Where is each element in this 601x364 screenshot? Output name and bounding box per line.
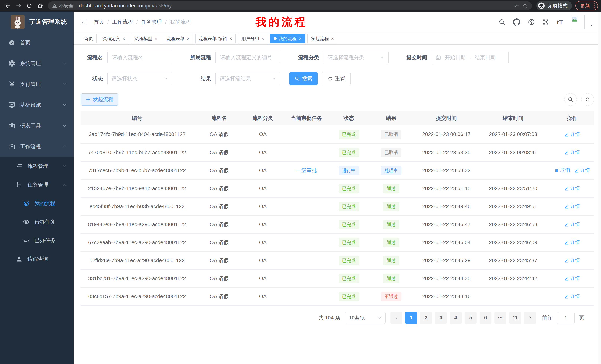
next-page-button[interactable] [524, 312, 536, 324]
page-ellipsis[interactable]: ··· [494, 312, 506, 324]
sidebar-item-done-tasks[interactable]: 已办任务 [0, 231, 74, 250]
browser-back-button[interactable] [3, 1, 13, 10]
detail-link[interactable]: 详情 [564, 185, 580, 192]
detail-link[interactable]: 详情 [564, 239, 580, 245]
detail-link[interactable]: 详情 [564, 221, 580, 228]
cell-id: 67c2eaab-7b9a-11ec-a290-acde48001122 [80, 233, 193, 251]
result-select[interactable]: 请选择流结果 [215, 72, 280, 85]
list-tree-icon [16, 163, 23, 170]
cell-id: ec45f38f-7b9a-11ec-b03b-acde48001122 [80, 197, 193, 215]
tab-close-icon[interactable]: × [331, 36, 334, 41]
page-scrollbar[interactable] [598, 11, 601, 364]
tab-label: 用户分组 [241, 36, 259, 42]
sidebar-item-todo-tasks[interactable]: 待办任务 [0, 213, 74, 231]
process-name-input[interactable] [107, 51, 172, 64]
submit-time-range-picker[interactable]: 开始日期 - 结束日期 [432, 51, 509, 64]
col-header-status: 状态 [332, 111, 366, 125]
tab-close-icon[interactable]: × [155, 36, 157, 41]
sidebar-item-my-processes[interactable]: 我的流程 [0, 194, 74, 213]
cell-actions: 详情 [550, 125, 594, 144]
tab-7[interactable]: 发起流程× [307, 34, 337, 43]
detail-link[interactable]: 详情 [564, 293, 580, 299]
detail-link[interactable]: 详情 [574, 167, 590, 173]
search-button[interactable]: 搜索 [289, 72, 318, 85]
bookmark-star-icon[interactable] [522, 3, 528, 9]
detail-link[interactable]: 详情 [564, 257, 580, 263]
dashboard-gauge-icon [8, 39, 16, 46]
tab-close-icon[interactable]: × [187, 36, 190, 41]
goto-page-input[interactable] [557, 312, 575, 324]
browser-reload-button[interactable] [25, 1, 34, 10]
page-button-3[interactable]: 3 [435, 312, 447, 324]
sidebar-item-task-management[interactable]: 任务管理 [0, 175, 74, 194]
breadcrumb-separator: / [136, 19, 138, 25]
sidebar-item-process-management[interactable]: 流程管理 [0, 157, 74, 175]
cancel-link[interactable]: 取消 [554, 167, 570, 173]
page-button-4[interactable]: 4 [450, 312, 462, 324]
prev-page-button[interactable] [391, 312, 402, 324]
avatar-caret-icon[interactable] [590, 23, 594, 28]
github-icon[interactable] [513, 18, 521, 26]
table-search-toggle-button[interactable] [564, 93, 577, 106]
col-header-result: 结果 [366, 111, 417, 125]
tab-close-icon[interactable]: × [299, 36, 302, 41]
detail-link[interactable]: 详情 [564, 131, 580, 137]
cell-submit-time: 2022-01-22 23:46:04 [417, 233, 476, 251]
sidebar-item-leave-query[interactable]: 请假查询 [0, 250, 74, 268]
refresh-icon [327, 76, 333, 81]
breadcrumb-item[interactable]: 工作流程 [112, 19, 133, 26]
current-task-link[interactable]: 一级审批 [296, 168, 317, 173]
cell-category: OA [245, 197, 281, 215]
browser-menu-icon[interactable] [594, 3, 595, 8]
security-indicator[interactable]: 不安全 [52, 3, 74, 9]
page-button-1[interactable]: 1 [405, 312, 417, 324]
avatar[interactable] [571, 15, 585, 29]
tab-3[interactable]: 流程表单× [163, 34, 193, 43]
tab-close-icon[interactable]: × [261, 36, 264, 41]
tab-0[interactable]: 首页 [80, 34, 97, 43]
sidebar-item-system[interactable]: 系统管理 [0, 53, 74, 74]
sidebar-item-workflow[interactable]: 工作流程 [0, 136, 74, 157]
page-button-11[interactable]: 11 [509, 312, 521, 324]
page-button-5[interactable]: 5 [465, 312, 477, 324]
tab-6[interactable]: 我的流程× [270, 34, 305, 43]
password-key-icon[interactable] [514, 3, 520, 9]
page-button-2[interactable]: 2 [420, 312, 432, 324]
page-size-select[interactable]: 10条/页 [345, 312, 386, 324]
category-select[interactable]: 请选择流程分类 [323, 51, 389, 64]
create-process-button[interactable]: 发起流程 [80, 93, 119, 105]
process-definition-input[interactable] [215, 51, 280, 64]
browser-update-button[interactable]: 更新 [575, 1, 598, 10]
fullscreen-icon[interactable] [542, 19, 549, 26]
tab-5[interactable]: 用户分组× [238, 34, 268, 43]
cell-current-task: 一级审批 [281, 161, 332, 179]
tab-close-icon[interactable]: × [122, 36, 125, 41]
tab-2[interactable]: 流程模型× [131, 34, 161, 43]
tab-1[interactable]: 流程定义× [99, 34, 129, 43]
detail-link[interactable]: 详情 [564, 275, 580, 281]
detail-link[interactable]: 详情 [564, 149, 580, 155]
browser-home-button[interactable] [35, 1, 45, 10]
active-tab-dot [274, 37, 277, 40]
table-refresh-button[interactable] [581, 93, 594, 106]
tab-4[interactable]: 流程表单-编辑× [195, 34, 236, 43]
search-icon [295, 76, 300, 81]
sidebar-collapse-icon[interactable] [80, 18, 88, 26]
sidebar-item-infrastructure[interactable]: 基础设施 [0, 95, 74, 115]
breadcrumb-item[interactable]: 首页 [94, 19, 104, 26]
page-button-6[interactable]: 6 [480, 312, 491, 324]
browser-forward-button[interactable] [14, 1, 23, 10]
sidebar-item-home[interactable]: 首页 [0, 32, 74, 53]
table-row: 331bc281-7b9a-11ec-a290-acde48001122OA 请… [80, 269, 594, 287]
header-search-icon[interactable] [499, 19, 506, 26]
detail-link[interactable]: 详情 [564, 203, 580, 210]
font-size-icon[interactable]: tT [557, 19, 563, 26]
sidebar-item-devtools[interactable]: 研发工具 [0, 115, 74, 136]
status-select[interactable]: 请选择状态 [107, 72, 172, 85]
address-bar[interactable]: 不安全 dashboard.yudao.iocoder.cn/bpm/task/… [48, 1, 532, 10]
breadcrumb-item[interactable]: 任务管理 [141, 19, 162, 26]
sidebar-item-payment[interactable]: 支付管理 [0, 74, 74, 95]
help-icon[interactable] [528, 19, 535, 26]
tab-close-icon[interactable]: × [229, 36, 232, 41]
reset-button[interactable]: 重置 [322, 72, 351, 85]
